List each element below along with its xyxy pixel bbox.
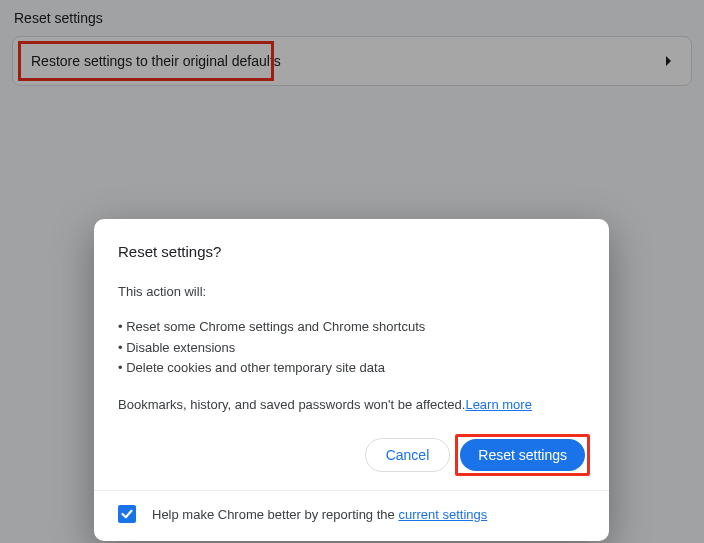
dialog-bullets: • Reset some Chrome settings and Chrome … [118, 317, 585, 379]
footer-text: Help make Chrome better by reporting the… [152, 507, 487, 522]
learn-more-link[interactable]: Learn more [465, 397, 531, 412]
current-settings-link[interactable]: current settings [398, 507, 487, 522]
cancel-button[interactable]: Cancel [365, 438, 451, 472]
bullet-item: • Reset some Chrome settings and Chrome … [118, 317, 585, 338]
reset-settings-dialog: Reset settings? This action will: • Rese… [94, 219, 609, 541]
bullet-item: • Delete cookies and other temporary sit… [118, 358, 585, 379]
dialog-intro: This action will: [118, 282, 585, 303]
bullet-item: • Disable extensions [118, 338, 585, 359]
dialog-note: Bookmarks, history, and saved passwords … [118, 397, 585, 412]
dialog-title: Reset settings? [118, 243, 585, 260]
report-settings-checkbox[interactable] [118, 505, 136, 523]
reset-settings-button[interactable]: Reset settings [460, 439, 585, 471]
